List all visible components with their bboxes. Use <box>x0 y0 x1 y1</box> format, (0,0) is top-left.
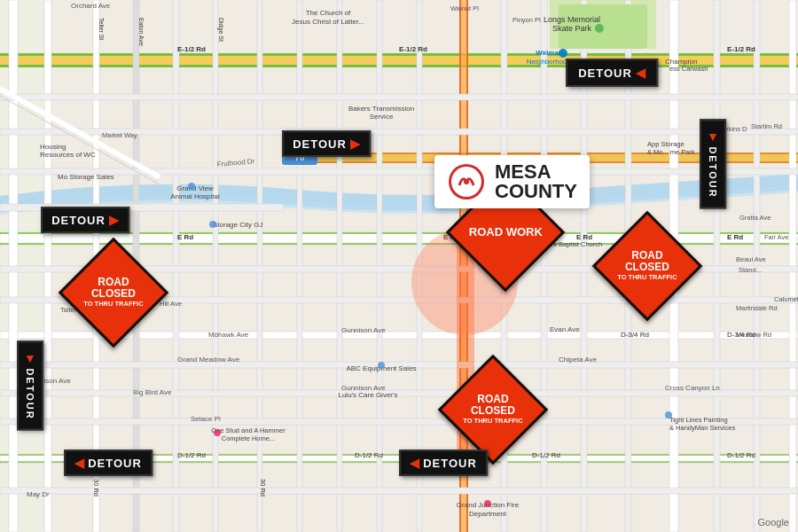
svg-text:Cross Canyon Ln: Cross Canyon Ln <box>665 384 720 392</box>
svg-text:Eaton Ave: Eaton Ave <box>138 18 145 46</box>
svg-text:E Rd: E Rd <box>727 233 743 241</box>
svg-text:E-1/2 Rd: E-1/2 Rd <box>727 45 755 53</box>
svg-text:Grand View: Grand View <box>176 184 214 192</box>
svg-text:Orchard Ave: Orchard Ave <box>71 2 111 10</box>
svg-text:Mohawk Ave: Mohawk Ave <box>208 331 249 339</box>
svg-point-132 <box>484 500 491 507</box>
svg-text:Evan Ave: Evan Ave <box>550 325 580 333</box>
svg-text:Complete Home...: Complete Home... <box>222 434 275 442</box>
detour-text-5: DETOUR <box>25 368 35 419</box>
svg-text:D-1/2 Rd: D-1/2 Rd <box>355 451 383 459</box>
detour-arrow-7: ◀ <box>410 456 419 470</box>
svg-text:Bakers Transmission: Bakers Transmission <box>348 105 414 113</box>
detour-arrow-3: ▶ <box>350 137 360 151</box>
svg-text:E-1/2 Rd: E-1/2 Rd <box>177 45 206 53</box>
road-closed-sub-2: TO THRU TRAFFIC <box>463 419 522 426</box>
road-work-text: ROAD WORK <box>468 226 542 239</box>
detour-arrow-4: ▶ <box>109 213 119 227</box>
svg-text:Skate Park: Skate Park <box>552 24 592 33</box>
svg-rect-41 <box>0 168 798 175</box>
svg-text:Didge St: Didge St <box>217 18 224 42</box>
detour-arrow-5: ▼ <box>24 351 36 365</box>
detour-sign-1: DETOUR ◀ <box>566 59 658 87</box>
road-closed-sign-1: ROADCLOSED TO THRU TRAFFIC <box>608 227 686 305</box>
detour-sign-3: DETOUR ▶ <box>282 130 371 157</box>
svg-text:Calumet Rd: Calumet Rd <box>774 295 798 303</box>
road-closed-sign-2: ROADCLOSED TO THRU TRAFFIC <box>454 371 532 449</box>
map-container: 70 E-1/2 Rd E-1/2 Rd E-1/2 Rd E Rd E Rd … <box>0 0 798 532</box>
svg-text:Hill Ave: Hill Ave <box>160 300 182 308</box>
svg-text:Department: Department <box>469 510 507 518</box>
detour-text-3: DETOUR <box>293 137 347 151</box>
svg-text:Animal Hospital: Animal Hospital <box>170 192 220 200</box>
detour-sign-4: DETOUR ▶ <box>41 207 129 233</box>
road-closed-sub-1: TO THRU TRAFFIC <box>617 275 677 282</box>
svg-text:D-1/2 Rd: D-1/2 Rd <box>727 451 755 459</box>
svg-text:D-1/2 Rd: D-1/2 Rd <box>177 451 206 459</box>
svg-text:Tight Lines Painting: Tight Lines Painting <box>669 416 728 424</box>
detour-text-4: DETOUR <box>51 214 106 227</box>
svg-text:& HandyMan Services: & HandyMan Services <box>669 424 735 432</box>
svg-text:The Church of: The Church of <box>306 9 351 17</box>
svg-text:Starlim Rd: Starlim Rd <box>751 122 782 130</box>
svg-text:D-3/4 Rd: D-3/4 Rd <box>621 331 649 339</box>
svg-text:Jesus Christ of Latter...: Jesus Christ of Latter... <box>292 18 364 26</box>
svg-point-129 <box>209 221 216 228</box>
svg-text:E-1/2 Rd: E-1/2 Rd <box>399 45 427 53</box>
svg-text:Housing: Housing <box>40 143 66 151</box>
svg-text:Teller St: Teller St <box>98 18 105 40</box>
svg-text:30 Rd: 30 Rd <box>259 479 267 497</box>
detour-sign-6: ◀ DETOUR <box>64 450 153 476</box>
detour-arrow-2: ▼ <box>707 129 719 144</box>
svg-text:Selace Pl: Selace Pl <box>191 415 221 423</box>
svg-text:Market Way: Market Way <box>102 131 137 139</box>
detour-text-6: DETOUR <box>88 457 142 470</box>
svg-text:30 Rd: 30 Rd <box>92 479 100 497</box>
detour-arrow-1: ◀ <box>636 66 645 80</box>
svg-text:Resources of WC: Resources of WC <box>40 151 96 159</box>
svg-text:Grand Meadow Ave: Grand Meadow Ave <box>177 356 240 364</box>
detour-sign-7: ◀ DETOUR <box>399 450 488 476</box>
road-closed-text-1: ROADCLOSED <box>617 250 677 273</box>
detour-arrow-6: ◀ <box>74 456 84 470</box>
svg-text:Storage City GJ: Storage City GJ <box>213 221 262 229</box>
svg-text:Chipeta Ave: Chipeta Ave <box>559 356 598 364</box>
svg-text:ess Carwash: ess Carwash <box>669 65 708 73</box>
svg-text:Stand...: Stand... <box>739 266 762 274</box>
svg-text:& Mo... me Park: & Mo... me Park <box>647 148 695 156</box>
svg-point-134 <box>188 183 195 190</box>
svg-text:One Stud and A Hammer: One Stud and A Hammer <box>211 426 286 434</box>
detour-text-7: DETOUR <box>423 457 477 470</box>
svg-text:App Storage: App Storage <box>647 140 685 148</box>
road-closed-text-3: ROADCLOSED <box>83 277 143 300</box>
svg-text:Martindale Rd: Martindale Rd <box>736 304 778 312</box>
svg-point-138 <box>464 179 469 184</box>
road-closed-sub-3: TO THRU TRAFFIC <box>83 301 143 309</box>
svg-text:Longs Memorial: Longs Memorial <box>544 15 600 24</box>
detour-text-1: DETOUR <box>578 66 632 80</box>
svg-text:Service: Service <box>370 113 394 121</box>
svg-point-130 <box>214 429 221 436</box>
road-closed-sign-3: ROADCLOSED TO THRU TRAFFIC <box>74 254 153 332</box>
svg-text:Gratta Ave: Gratta Ave <box>739 214 771 222</box>
svg-point-135 <box>559 49 567 58</box>
svg-text:Lulu's Care Giver's: Lulu's Care Giver's <box>338 391 397 399</box>
svg-text:E Rd: E Rd <box>177 233 193 241</box>
svg-point-133 <box>665 411 672 419</box>
svg-rect-39 <box>0 94 798 100</box>
svg-text:Pinyon Pl: Pinyon Pl <box>512 16 541 24</box>
svg-text:Gunnison Ave: Gunnison Ave <box>341 326 386 334</box>
mesa-text: MESA <box>495 162 577 182</box>
road-closed-text-2: ROADCLOSED <box>463 394 522 417</box>
detour-sign-2: ▼ DETOUR <box>700 119 726 208</box>
svg-text:Mo Storage Sales: Mo Storage Sales <box>58 173 114 181</box>
svg-text:Beaui Ave: Beaui Ave <box>736 255 766 263</box>
svg-point-128 <box>595 24 604 33</box>
svg-text:Gunnison Ave: Gunnison Ave <box>341 384 386 392</box>
svg-point-131 <box>378 362 385 369</box>
detour-text-2: DETOUR <box>708 146 718 198</box>
svg-text:May Dr: May Dr <box>27 490 50 498</box>
detour-sign-5: ▼ DETOUR <box>17 340 43 430</box>
svg-text:Walnut Pl: Walnut Pl <box>450 4 479 12</box>
svg-text:Big Bird Ave: Big Bird Ave <box>133 388 172 396</box>
